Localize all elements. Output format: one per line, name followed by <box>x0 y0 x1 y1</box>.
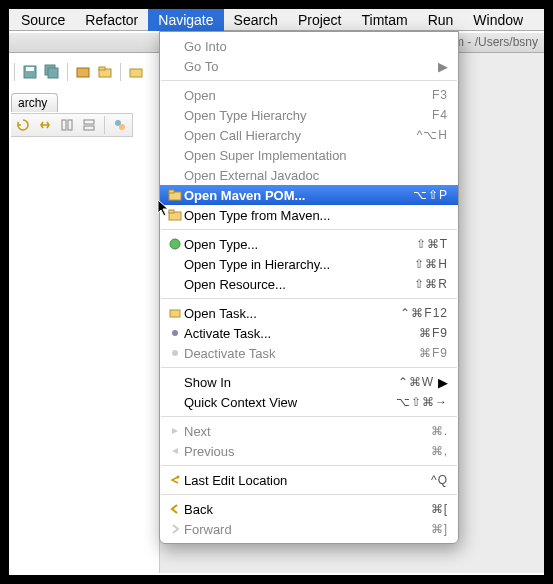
menu-item-label: Go Into <box>184 39 448 54</box>
svg-rect-8 <box>62 120 66 130</box>
menu-refactor[interactable]: Refactor <box>75 9 148 31</box>
menu-source[interactable]: Source <box>11 9 75 31</box>
toolbar-divider <box>14 63 15 81</box>
save-icon[interactable] <box>20 62 40 82</box>
menu-item-label: Open Type from Maven... <box>184 208 448 223</box>
menu-item-label: Activate Task... <box>184 326 419 341</box>
menu-accel: ⌘, <box>431 444 448 458</box>
folder-open-icon <box>166 189 184 201</box>
menu-separator <box>161 298 457 299</box>
menu-item-show-in[interactable]: Show In ⌃⌘W ▶ <box>160 372 458 392</box>
menu-item-previous[interactable]: Previous ⌘, <box>160 441 458 461</box>
menu-accel: ⌘F9 <box>419 326 448 340</box>
menu-item-label: Next <box>184 424 431 439</box>
menu-separator <box>161 229 457 230</box>
new-package-icon[interactable] <box>73 62 93 82</box>
svg-rect-19 <box>170 310 180 317</box>
menu-separator <box>161 367 457 368</box>
menu-item-open-maven-pom[interactable]: Open Maven POM... ⌥⇧P <box>160 185 458 205</box>
menu-accel: ⌥⇧P <box>413 188 448 202</box>
menu-item-label: Deactivate Task <box>184 346 419 361</box>
menu-accel: ⌃⌘F12 <box>400 306 448 320</box>
menu-accel: ⇧⌘H <box>414 257 448 271</box>
menu-item-go-to[interactable]: Go To ▶ <box>160 56 458 76</box>
new-folder-icon[interactable] <box>95 62 115 82</box>
menu-item-open-super-implementation[interactable]: Open Super Implementation <box>160 145 458 165</box>
menu-item-label: Quick Context View <box>184 395 396 410</box>
menu-item-deactivate-task[interactable]: Deactivate Task ⌘F9 <box>160 343 458 363</box>
class-icon <box>166 238 184 250</box>
filter-icon[interactable] <box>110 115 130 135</box>
menu-navigate[interactable]: Navigate <box>148 9 223 31</box>
menu-item-label: Back <box>184 502 431 517</box>
menu-item-open-type-from-maven[interactable]: Open Type from Maven... <box>160 205 458 225</box>
menu-item-last-edit-location[interactable]: Last Edit Location ^Q <box>160 470 458 490</box>
menu-item-open-task[interactable]: Open Task... ⌃⌘F12 <box>160 303 458 323</box>
menu-item-next[interactable]: Next ⌘. <box>160 421 458 441</box>
menu-item-go-into[interactable]: Go Into <box>160 36 458 56</box>
menu-item-label: Open <box>184 88 432 103</box>
menu-accel: ^⌥H <box>417 128 448 142</box>
view-orientation-icon[interactable] <box>79 115 99 135</box>
menu-item-label: Go To <box>184 59 434 74</box>
link-icon[interactable] <box>35 115 55 135</box>
menu-project[interactable]: Project <box>288 9 352 31</box>
svg-point-22 <box>177 476 180 479</box>
navigate-menu-dropdown: Go Into Go To ▶ Open F3 Open Type Hierar… <box>159 31 459 544</box>
menu-accel: ⌘F9 <box>419 346 448 360</box>
svg-rect-3 <box>48 68 58 78</box>
menu-item-open-type[interactable]: Open Type... ⇧⌘T <box>160 234 458 254</box>
menu-accel: ⌃⌘W <box>398 375 434 389</box>
menu-item-open-type-hierarchy[interactable]: Open Type Hierarchy F4 <box>160 105 458 125</box>
open-type-icon[interactable] <box>126 62 146 82</box>
tab-label: archy <box>18 96 47 110</box>
menu-item-label: Open Resource... <box>184 277 414 292</box>
svg-point-20 <box>172 330 178 336</box>
menu-accel: ⇧⌘R <box>414 277 448 291</box>
svg-rect-4 <box>77 68 89 77</box>
menu-item-label: Last Edit Location <box>184 473 431 488</box>
menu-item-quick-context-view[interactable]: Quick Context View ⌥⇧⌘→ <box>160 392 458 412</box>
svg-point-13 <box>119 124 125 130</box>
menu-item-forward[interactable]: Forward ⌘] <box>160 519 458 539</box>
menu-item-label: Open Type... <box>184 237 416 252</box>
menu-item-label: Open Call Hierarchy <box>184 128 417 143</box>
menu-item-label: Open Type Hierarchy <box>184 108 432 123</box>
forward-icon <box>166 523 184 535</box>
menu-run[interactable]: Run <box>418 9 464 31</box>
menu-accel: ⇧⌘T <box>416 237 448 251</box>
view-layout-icon[interactable] <box>57 115 77 135</box>
view-tab[interactable]: archy <box>11 93 58 112</box>
last-edit-icon <box>166 474 184 486</box>
menu-item-label: Open Task... <box>184 306 400 321</box>
menu-item-open-type-in-hierarchy[interactable]: Open Type in Hierarchy... ⇧⌘H <box>160 254 458 274</box>
menu-accel: ⌘[ <box>431 502 448 516</box>
menu-item-open-external-javadoc[interactable]: Open External Javadoc <box>160 165 458 185</box>
menu-accel: ⌘] <box>431 522 448 536</box>
menu-item-open[interactable]: Open F3 <box>160 85 458 105</box>
menu-window[interactable]: Window <box>463 9 533 31</box>
menu-item-open-resource[interactable]: Open Resource... ⇧⌘R <box>160 274 458 294</box>
menu-separator <box>161 416 457 417</box>
save-all-icon[interactable] <box>42 62 62 82</box>
svg-point-21 <box>172 350 178 356</box>
menu-item-activate-task[interactable]: Activate Task... ⌘F9 <box>160 323 458 343</box>
next-icon <box>166 425 184 437</box>
back-icon <box>166 503 184 515</box>
svg-rect-1 <box>26 67 34 71</box>
menu-item-label: Open Maven POM... <box>184 188 413 203</box>
menu-separator <box>161 80 457 81</box>
menu-accel: ⌘. <box>431 424 448 438</box>
menu-item-open-call-hierarchy[interactable]: Open Call Hierarchy ^⌥H <box>160 125 458 145</box>
svg-rect-11 <box>84 126 94 130</box>
menu-item-back[interactable]: Back ⌘[ <box>160 499 458 519</box>
svg-rect-17 <box>169 210 174 213</box>
view-toolbar <box>11 113 133 137</box>
toolbar-divider <box>104 116 105 134</box>
menu-search[interactable]: Search <box>224 9 288 31</box>
menu-timtam[interactable]: Timtam <box>351 9 417 31</box>
svg-rect-15 <box>169 190 174 193</box>
app-window: Source Refactor Navigate Search Project … <box>8 8 545 576</box>
history-icon[interactable] <box>13 115 33 135</box>
menu-accel: F3 <box>432 88 448 102</box>
